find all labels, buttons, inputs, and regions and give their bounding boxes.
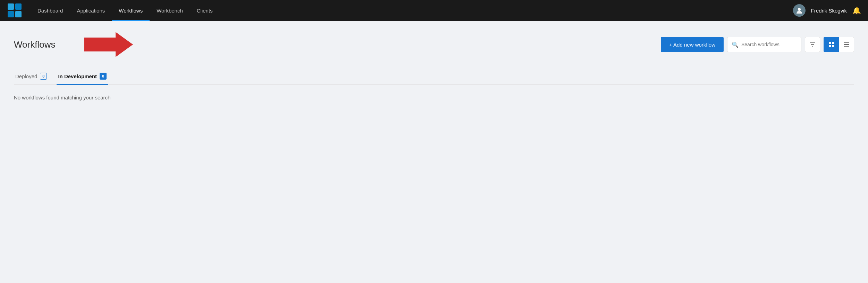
tab-deployed-label: Deployed (15, 73, 37, 79)
search-icon: 🔍 (732, 41, 739, 48)
search-box: 🔍 (727, 37, 801, 52)
nav-clients[interactable]: Clients (190, 0, 220, 21)
nav-dashboard[interactable]: Dashboard (31, 0, 70, 21)
header-controls: + Add new workflow 🔍 (661, 37, 854, 52)
avatar (793, 4, 806, 17)
empty-message: No workflows found matching your search (14, 92, 854, 103)
svg-point-4 (798, 8, 801, 11)
search-input[interactable] (741, 42, 797, 47)
nav-workflows[interactable]: Workflows (112, 0, 150, 21)
nav-applications[interactable]: Applications (70, 0, 112, 21)
tab-in-development[interactable]: In Development 0 (57, 68, 108, 85)
svg-rect-8 (829, 42, 831, 44)
tab-deployed-badge: 0 (40, 73, 47, 80)
svg-rect-1 (15, 3, 22, 10)
tab-in-development-label: In Development (58, 73, 97, 79)
page-header: Workflows + Add new workflow 🔍 (14, 32, 854, 57)
svg-rect-0 (8, 3, 14, 10)
svg-rect-10 (829, 45, 831, 47)
nav-links: Dashboard Applications Workflows Workben… (31, 0, 793, 21)
add-workflow-button[interactable]: + Add new workflow (661, 37, 724, 52)
logo[interactable] (7, 3, 22, 18)
navbar-right: Fredrik Skogvik 🔔 (793, 4, 861, 17)
tabs-row: Deployed 0 In Development 0 (14, 68, 854, 85)
navbar: Dashboard Applications Workflows Workben… (0, 0, 868, 21)
filter-button[interactable] (805, 37, 820, 52)
tab-deployed[interactable]: Deployed 0 (14, 68, 48, 85)
svg-rect-3 (15, 11, 22, 17)
grid-view-button[interactable] (824, 37, 839, 52)
view-toggle (824, 37, 854, 52)
svg-rect-11 (832, 45, 834, 47)
svg-rect-2 (8, 11, 14, 17)
user-name: Fredrik Skogvik (811, 8, 847, 14)
list-view-button[interactable] (839, 37, 854, 52)
tab-in-development-badge: 0 (100, 73, 107, 80)
nav-workbench[interactable]: Workbench (150, 0, 190, 21)
main-content: Workflows + Add new workflow 🔍 (0, 21, 868, 114)
bell-icon[interactable]: 🔔 (852, 6, 861, 15)
svg-rect-9 (832, 42, 834, 44)
page-title: Workflows (14, 39, 55, 50)
red-arrow-annotation (84, 32, 133, 57)
